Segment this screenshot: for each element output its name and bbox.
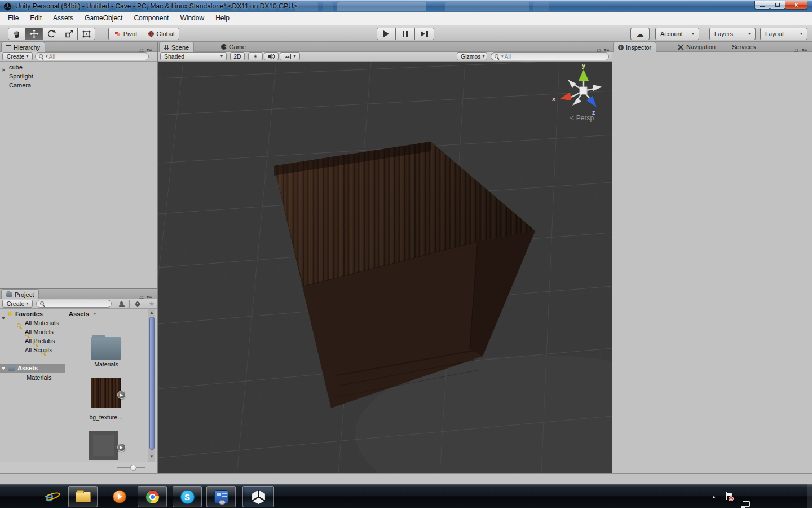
tab-inspector[interactable]: i Inspector — [613, 42, 656, 52]
asset-texture-gray[interactable] — [89, 431, 118, 460]
tab-scene[interactable]: Scene — [159, 42, 194, 52]
pause-button[interactable] — [396, 28, 415, 40]
globe-icon — [148, 30, 155, 37]
taskbar-system-utility[interactable] — [206, 486, 236, 507]
pause-icon — [403, 31, 408, 37]
2d-toggle-button[interactable]: 2D — [230, 52, 245, 60]
expand-subassets-button[interactable]: ▶ — [117, 443, 126, 452]
search-filter-caret-icon: ▾ — [501, 54, 504, 59]
pan-tool-button[interactable] — [8, 28, 25, 40]
step-button[interactable] — [415, 28, 434, 40]
tab-services[interactable]: Services — [727, 42, 760, 52]
restore-icon — [775, 3, 780, 7]
network-status-icon[interactable] — [741, 501, 750, 508]
search-by-type-button[interactable] — [114, 300, 129, 308]
expander-icon[interactable] — [1, 312, 6, 322]
action-center-flag-icon[interactable]: × — [726, 492, 733, 500]
rotate-tool-button[interactable] — [43, 28, 60, 40]
scroll-up-icon[interactable]: ▲ — [149, 310, 154, 315]
taskbar-skype[interactable]: S — [173, 486, 202, 507]
play-button[interactable] — [377, 28, 396, 40]
inspector-tabstrip: i Inspector Navigation Services ▾≡ — [612, 42, 812, 52]
background-window-ghost — [445, 2, 529, 11]
tab-project[interactable]: Project — [1, 289, 39, 299]
tab-game[interactable]: Game — [217, 42, 250, 52]
scene-lighting-button[interactable]: ☀ — [248, 52, 263, 60]
asset-folder-materials[interactable] — [91, 337, 121, 360]
menu-file[interactable]: File — [2, 12, 24, 24]
tree-item-materials[interactable]: Materials — [27, 374, 52, 381]
tab-navigation[interactable]: Navigation — [673, 42, 720, 52]
favorite-all-prefabs[interactable]: All Prefabs — [25, 338, 55, 344]
window-title: Unity Personal (64bit) - Untitled - Cave… — [15, 2, 297, 10]
breadcrumb[interactable]: Assets — [69, 310, 89, 317]
rect-tool-button[interactable] — [78, 28, 95, 40]
layers-dropdown[interactable]: Layers ▾ — [709, 28, 756, 40]
global-toggle-button[interactable]: Global — [143, 28, 179, 40]
close-button[interactable]: × — [785, 1, 807, 10]
expander-icon[interactable] — [2, 64, 6, 75]
taskbar-windows-explorer[interactable] — [68, 486, 98, 507]
favorite-all-models[interactable]: All Models — [25, 329, 54, 335]
asset-label[interactable]: Materials — [65, 361, 147, 367]
hierarchy-search-input[interactable]: ▾ All — [35, 52, 149, 60]
scene-viewport[interactable]: y x z <Persp — [158, 62, 612, 473]
move-tool-button[interactable] — [25, 28, 43, 40]
perspective-toggle[interactable]: <Persp — [570, 114, 594, 122]
thumbnail-size-slider-knob[interactable] — [130, 465, 136, 471]
menu-gameobject[interactable]: GameObject — [79, 12, 128, 24]
taskbar-internet-explorer[interactable]: e — [38, 486, 61, 507]
favorites-filter-button[interactable]: ★ — [146, 300, 157, 308]
taskbar-unity[interactable] — [242, 486, 274, 507]
hierarchy-item-cube[interactable]: cube — [9, 64, 23, 71]
gizmo-center-cube[interactable] — [580, 87, 587, 94]
taskbar-chrome[interactable] — [138, 486, 167, 507]
cloud-services-button[interactable]: ☁ — [630, 28, 650, 40]
favorites-label[interactable]: Favorites — [15, 310, 43, 317]
show-desktop-button[interactable] — [807, 484, 812, 508]
pivot-toggle-button[interactable]: Pivot — [108, 28, 143, 40]
asset-label[interactable]: bg_texture… — [65, 414, 147, 421]
restore-button[interactable] — [770, 1, 785, 10]
hierarchy-item-camera[interactable]: Camera — [9, 82, 31, 89]
gizmos-dropdown[interactable]: Gizmos ▾ — [457, 52, 487, 60]
menu-window[interactable]: Window — [174, 12, 210, 24]
expander-icon[interactable] — [2, 367, 5, 370]
folder-icon — [6, 292, 12, 297]
scrollbar-thumb[interactable] — [149, 317, 155, 450]
tray-hidden-icons-button[interactable]: ▲ — [712, 494, 716, 500]
project-scrollbar[interactable]: ▲ ▼ — [148, 309, 155, 462]
scene-audio-button[interactable] — [264, 52, 279, 60]
asset-texture-bg-texture[interactable] — [91, 378, 121, 408]
hierarchy-create-button[interactable]: Create ▾ — [2, 52, 33, 60]
favorite-all-materials[interactable]: All Materials — [25, 319, 59, 326]
shading-mode-dropdown[interactable]: Shaded ▾ — [160, 52, 227, 60]
scene-search-input[interactable]: ▾ All — [491, 52, 609, 60]
taskbar-media-player[interactable] — [108, 486, 131, 507]
person-icon — [119, 301, 125, 307]
expand-subassets-button[interactable]: ▶ — [117, 391, 126, 399]
menu-help[interactable]: Help — [210, 12, 235, 24]
menu-assets[interactable]: Assets — [47, 12, 79, 24]
project-search-input[interactable] — [36, 300, 112, 308]
scroll-down-icon[interactable]: ▼ — [149, 454, 154, 459]
search-by-label-button[interactable] — [130, 300, 144, 308]
menu-edit[interactable]: Edit — [24, 12, 47, 24]
hierarchy-item-spotlight[interactable]: Spotlight — [9, 73, 33, 80]
tab-hierarchy[interactable]: Hierarchy — [1, 42, 45, 52]
assets-row-selected[interactable]: Assets — [0, 364, 65, 373]
window-titlebar[interactable]: Unity Personal (64bit) - Untitled - Cave… — [0, 0, 812, 12]
scale-tool-button[interactable] — [60, 28, 78, 40]
game-icon — [221, 44, 227, 50]
account-dropdown[interactable]: Account ▾ — [655, 28, 699, 40]
window-controls: × — [755, 1, 807, 10]
minimize-button[interactable] — [754, 1, 770, 10]
rotate-icon — [47, 29, 56, 38]
scene-effects-dropdown[interactable]: ▾ — [280, 52, 300, 60]
project-create-button[interactable]: Create ▾ — [2, 300, 33, 308]
favorite-all-scripts[interactable]: All Scripts — [25, 347, 52, 353]
search-icon — [40, 301, 46, 306]
internet-explorer-icon: e — [46, 489, 53, 505]
layout-dropdown[interactable]: Layout ▾ — [760, 28, 807, 40]
menu-component[interactable]: Component — [128, 12, 174, 24]
